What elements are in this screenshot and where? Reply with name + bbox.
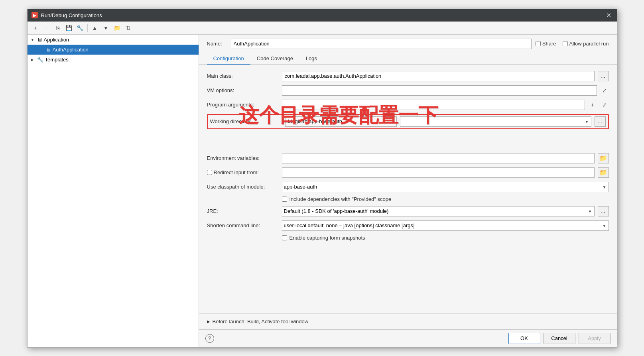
program-args-row: Program arguments: + ⤢ — [207, 100, 609, 110]
env-vars-row: Environment variables: 📁 — [207, 153, 609, 163]
wrench-button[interactable]: 🔧 — [75, 23, 85, 33]
shorten-cmd-select-wrapper: user-local default: none – java [options… — [282, 220, 609, 231]
name-checkboxes: Share Allow parallel run — [536, 41, 609, 47]
name-label: Name: — [207, 41, 227, 47]
dialog-title: Run/Debug Configurations — [41, 12, 601, 18]
close-button[interactable]: ✕ — [605, 12, 613, 19]
jre-label: JRE: — [207, 208, 279, 214]
copy-button[interactable]: ⎘ — [53, 23, 63, 33]
sort-button[interactable]: ⇅ — [124, 23, 133, 33]
tab-configuration[interactable]: Configuration — [207, 53, 250, 65]
env-vars-input[interactable] — [282, 153, 595, 163]
classpath-label: Use classpath of module: — [207, 184, 279, 190]
left-panel: ▼ 🖥 Application 🖥 AuthApplication ▶ 🔧 Te… — [28, 35, 199, 347]
parallel-checkbox-label[interactable]: Allow parallel run — [563, 41, 609, 47]
working-dir-input[interactable] — [285, 116, 397, 127]
name-row: Name: Share Allow parallel run — [199, 35, 617, 53]
run-debug-dialog: ▶ Run/Debug Configurations ✕ + − ⎘ 💾 🔧 ▲… — [27, 9, 617, 348]
parallel-label: Allow parallel run — [569, 41, 609, 47]
working-dir-select-wrapper: ▼ — [400, 116, 591, 127]
templates-label: Templates — [45, 57, 69, 63]
help-button[interactable]: ? — [205, 334, 214, 343]
cancel-button[interactable]: Cancel — [544, 333, 575, 344]
folder-button[interactable]: 📁 — [112, 23, 122, 33]
application-icon: 🖥 — [37, 37, 42, 43]
vm-options-expand-button[interactable]: ⤢ — [600, 86, 609, 95]
before-launch-label: Before launch: Build, Activate tool wind… — [213, 319, 309, 325]
working-dir-browse-button[interactable]: ... — [595, 116, 606, 127]
bottom-bar: ? OK Cancel Apply — [199, 329, 617, 347]
save-button[interactable]: 💾 — [64, 23, 74, 33]
program-args-label: Program arguments: — [207, 102, 279, 108]
vm-options-input[interactable] — [282, 85, 597, 96]
app-icon: ▶ — [32, 12, 38, 18]
jre-select[interactable]: Default (1.8 - SDK of 'app-base-auth' mo… — [282, 206, 595, 216]
remove-button[interactable]: − — [42, 23, 51, 33]
before-launch-section: ▶ Before launch: Build, Activate tool wi… — [199, 313, 617, 329]
program-args-input[interactable] — [282, 100, 585, 110]
redirect-input-label: Redirect input from: — [207, 169, 279, 175]
tree-item-templates[interactable]: ▶ 🔧 Templates — [28, 55, 199, 65]
share-checkbox-label[interactable]: Share — [536, 41, 556, 47]
redirect-browse-button[interactable]: 📁 — [598, 167, 609, 178]
env-vars-label: Environment variables: — [207, 155, 279, 161]
redirect-input-field[interactable] — [282, 167, 595, 178]
shorten-cmd-label: Shorten command line: — [207, 222, 279, 228]
working-dir-label: Working directory: — [210, 118, 282, 124]
redirect-input-row: Redirect input from: 📁 — [207, 167, 609, 178]
tree-item-auth-application[interactable]: 🖥 AuthApplication — [28, 45, 199, 55]
main-class-label: Main class: — [207, 73, 279, 79]
main-content: ▼ 🖥 Application 🖥 AuthApplication ▶ 🔧 Te… — [28, 35, 617, 347]
tabs: Configuration Code Coverage Logs — [199, 53, 617, 65]
vm-options-label: VM options: — [207, 87, 279, 93]
main-class-input[interactable] — [282, 71, 595, 81]
working-dir-container: Working directory: ▼ ... 这个目录需要配置一下 — [207, 114, 609, 129]
enable-snapshots-row: Enable capturing form snapshots — [207, 235, 609, 241]
classpath-row: Use classpath of module: app-base-auth ▼ — [207, 182, 609, 192]
form-panel: Main class: ... VM options: ⤢ Program ar… — [199, 65, 617, 313]
program-args-add-button[interactable]: + — [588, 100, 597, 109]
enable-snapshots-label[interactable]: Enable capturing form snapshots — [282, 235, 365, 241]
tree-item-application[interactable]: ▼ 🖥 Application — [28, 35, 199, 45]
jre-row: JRE: Default (1.8 - SDK of 'app-base-aut… — [207, 206, 609, 216]
shorten-cmd-row: Shorten command line: user-local default… — [207, 220, 609, 231]
auth-application-label: AuthApplication — [53, 47, 89, 53]
jre-browse-button[interactable]: ... — [598, 206, 609, 216]
main-class-browse-button[interactable]: ... — [598, 71, 609, 81]
env-vars-browse-button[interactable]: 📁 — [598, 153, 609, 163]
right-panel: Name: Share Allow parallel run Configura… — [199, 35, 617, 347]
title-bar: ▶ Run/Debug Configurations ✕ — [28, 9, 617, 22]
apply-button[interactable]: Apply — [579, 333, 611, 344]
before-launch-arrow[interactable]: ▶ — [207, 319, 210, 324]
program-args-expand-button[interactable]: ⤢ — [600, 100, 609, 109]
share-checkbox[interactable] — [536, 41, 541, 46]
toolbar-separator — [87, 24, 88, 32]
jre-select-wrapper: Default (1.8 - SDK of 'app-base-auth' mo… — [282, 206, 595, 216]
tab-logs[interactable]: Logs — [299, 53, 323, 65]
include-deps-checkbox[interactable] — [282, 197, 287, 202]
classpath-select[interactable]: app-base-auth — [282, 182, 609, 192]
vm-options-row: VM options: ⤢ — [207, 85, 609, 96]
before-launch-row: ▶ Before launch: Build, Activate tool wi… — [207, 319, 609, 325]
move-down-button[interactable]: ▼ — [101, 23, 111, 33]
include-deps-label[interactable]: Include dependencies with "Provided" sco… — [282, 196, 392, 202]
parallel-checkbox[interactable] — [563, 41, 568, 46]
shorten-cmd-select[interactable]: user-local default: none – java [options… — [282, 220, 609, 231]
working-dir-dropdown[interactable] — [400, 116, 591, 127]
redirect-checkbox[interactable] — [207, 170, 212, 175]
include-deps-row: Include dependencies with "Provided" sco… — [207, 196, 609, 202]
name-input[interactable] — [231, 39, 532, 49]
enable-snapshots-checkbox[interactable] — [282, 235, 287, 240]
auth-app-icon: 🖥 — [46, 47, 51, 53]
add-button[interactable]: + — [31, 23, 40, 33]
application-label: Application — [44, 37, 69, 43]
toolbar: + − ⎘ 💾 🔧 ▲ ▼ 📁 ⇅ — [28, 22, 617, 35]
move-up-button[interactable]: ▲ — [90, 23, 100, 33]
tab-code-coverage[interactable]: Code Coverage — [250, 53, 299, 65]
templates-icon: 🔧 — [37, 57, 43, 63]
classpath-select-wrapper: app-base-auth ▼ — [282, 182, 609, 192]
ok-button[interactable]: OK — [508, 333, 540, 344]
bottom-buttons: OK Cancel Apply — [508, 333, 611, 344]
enable-snapshots-text: Enable capturing form snapshots — [290, 235, 365, 241]
application-arrow: ▼ — [31, 37, 35, 42]
